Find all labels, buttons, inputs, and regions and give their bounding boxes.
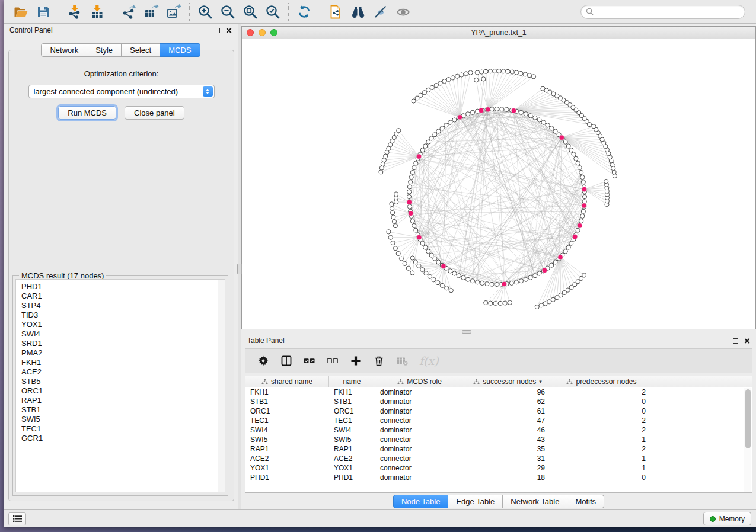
main-area: Control Panel NetworkStyleSelectMCDS Opt… [4, 24, 756, 509]
table-row[interactable]: YOX1YOX1connector291 [245, 463, 752, 473]
close-panel-icon[interactable] [225, 27, 232, 34]
table-row[interactable]: FKH1FKH1dominator962 [245, 387, 752, 397]
export-network-icon[interactable] [117, 2, 140, 22]
table-row[interactable]: ORC1ORC1dominator610 [245, 406, 752, 416]
mcds-result-item[interactable]: SWI5 [21, 415, 225, 424]
zoom-fit-icon[interactable] [239, 2, 261, 22]
column-header-MCDS-role[interactable]: MCDS role [375, 376, 464, 387]
cell-shared_name: ORC1 [245, 407, 329, 415]
column-settings-gear-icon[interactable] [257, 355, 269, 367]
column-header-successor-nodes[interactable]: successor nodes▾ [464, 376, 551, 387]
close-table-panel-icon[interactable] [744, 338, 750, 344]
memory-button[interactable]: Memory [703, 512, 751, 525]
toggle-panel-columns-icon[interactable] [280, 355, 292, 367]
tab-network-table[interactable]: Network Table [503, 495, 567, 508]
refresh-icon[interactable] [293, 2, 315, 22]
mcds-result-item[interactable]: GCR1 [21, 434, 225, 443]
export-image-icon[interactable] [162, 2, 185, 22]
search-field[interactable] [580, 5, 745, 19]
task-list-icon [13, 515, 22, 523]
horizontal-splitter-grip[interactable] [462, 330, 471, 334]
table-row[interactable]: SWI5SWI5connector431 [245, 435, 752, 444]
criterion-select[interactable]: largest connected component (undirected) [28, 85, 215, 98]
deselect-all-icon[interactable] [327, 355, 339, 367]
tab-network[interactable]: Network [41, 43, 87, 57]
tab-motifs[interactable]: Motifs [567, 495, 604, 508]
add-column-icon[interactable] [350, 355, 362, 367]
table-scrollbar[interactable] [744, 388, 751, 492]
mcds-result-item[interactable]: SRD1 [21, 339, 225, 348]
network-window-titlebar[interactable]: YPA_prune.txt_1 [242, 27, 755, 39]
export-table-icon[interactable] [140, 2, 162, 22]
mcds-result-item[interactable]: CAR1 [21, 291, 225, 301]
show-details-icon[interactable] [392, 2, 414, 22]
cell-mcds_role: connector [375, 464, 464, 472]
cell-predecessor_nodes: 1 [551, 435, 652, 444]
save-session-icon[interactable] [32, 2, 55, 22]
mcds-result-item[interactable]: TEC1 [21, 424, 225, 434]
zoom-selected-icon[interactable] [261, 2, 284, 22]
table-row[interactable]: PHD1PHD1dominator180 [245, 473, 752, 482]
table-row[interactable]: SWI4SWI4dominator462 [245, 425, 752, 435]
tab-mcds[interactable]: MCDS [160, 43, 200, 57]
float-panel-icon[interactable] [215, 28, 220, 33]
vertical-splitter[interactable] [238, 24, 241, 509]
zoom-out-icon[interactable] [216, 2, 239, 22]
vertical-splitter-grip[interactable] [237, 264, 242, 274]
search-network-icon[interactable] [347, 2, 369, 22]
mcds-result-item[interactable]: ORC1 [21, 386, 225, 396]
table-row[interactable]: RAP1RAP1dominator352 [245, 444, 752, 454]
open-file-icon[interactable] [9, 2, 32, 22]
mcds-result-item[interactable]: PHD1 [21, 282, 225, 291]
main-toolbar [4, 0, 756, 24]
mcds-tab-content: Optimization criterion: largest connecte… [8, 50, 234, 501]
mcds-result-list[interactable]: PHD1CAR1STP4TID3YOX1SWI4SRD1PMA2FKH1ACE2… [15, 279, 225, 492]
float-table-panel-icon[interactable] [733, 338, 738, 344]
tab-edge-table[interactable]: Edge Table [448, 495, 503, 508]
task-history-button[interactable] [8, 512, 26, 525]
mcds-result-scrollbar[interactable] [218, 280, 225, 492]
tab-node-table[interactable]: Node Table [393, 495, 449, 508]
mcds-result-item[interactable]: ACE2 [21, 367, 225, 377]
mcds-result-item[interactable]: FKH1 [21, 358, 225, 367]
mcds-result-item[interactable]: SWI4 [21, 329, 225, 339]
select-all-icon[interactable] [304, 355, 315, 367]
cell-mcds_role: dominator [375, 407, 464, 415]
mcds-result-item[interactable]: PMA2 [21, 348, 225, 358]
table-row[interactable]: TEC1TEC1connector472 [245, 416, 752, 425]
import-network-icon[interactable] [63, 2, 86, 22]
table-row[interactable]: STB1STB1dominator620 [245, 397, 752, 406]
zoom-in-icon[interactable] [194, 2, 216, 22]
function-builder-icon: f(x) [419, 354, 439, 367]
hide-details-icon[interactable] [369, 2, 392, 22]
cell-successor_nodes: 62 [464, 398, 551, 406]
mcds-result-item[interactable]: STB5 [21, 377, 225, 386]
tab-select[interactable]: Select [122, 43, 160, 57]
cell-shared_name: SWI4 [245, 426, 329, 434]
cell-predecessor_nodes: 2 [551, 416, 652, 425]
tab-style[interactable]: Style [87, 43, 122, 57]
cell-predecessor_nodes: 0 [551, 473, 652, 482]
cell-mcds_role: dominator [375, 426, 464, 434]
desktop-wallpaper: Control Panel NetworkStyleSelectMCDS Opt… [0, 0, 756, 532]
mcds-result-item[interactable]: YOX1 [21, 320, 225, 329]
column-header-shared-name[interactable]: shared name [245, 376, 329, 387]
delete-column-icon[interactable] [373, 355, 385, 367]
close-panel-button[interactable]: Close panel [125, 106, 184, 120]
table-row[interactable]: ACE2ACE2connector311 [245, 454, 752, 463]
network-canvas[interactable] [242, 39, 755, 329]
run-mcds-button[interactable]: Run MCDS [58, 106, 116, 120]
column-header-predecessor-nodes[interactable]: predecessor nodes [551, 376, 652, 387]
import-table-icon[interactable] [86, 2, 109, 22]
table-scrollbar-thumb[interactable] [745, 389, 751, 448]
cell-shared_name: STB1 [245, 398, 329, 406]
mcds-result-item[interactable]: STP4 [21, 301, 225, 310]
column-header-name[interactable]: name [329, 376, 375, 387]
share-document-icon[interactable] [324, 2, 347, 22]
mcds-result-item[interactable]: TID3 [21, 310, 225, 320]
search-input[interactable] [596, 8, 740, 16]
mcds-result-item[interactable]: STB1 [21, 405, 225, 415]
cell-predecessor_nodes: 2 [551, 388, 652, 396]
mcds-result-item[interactable]: RAP1 [21, 396, 225, 405]
horizontal-splitter[interactable] [241, 329, 756, 334]
